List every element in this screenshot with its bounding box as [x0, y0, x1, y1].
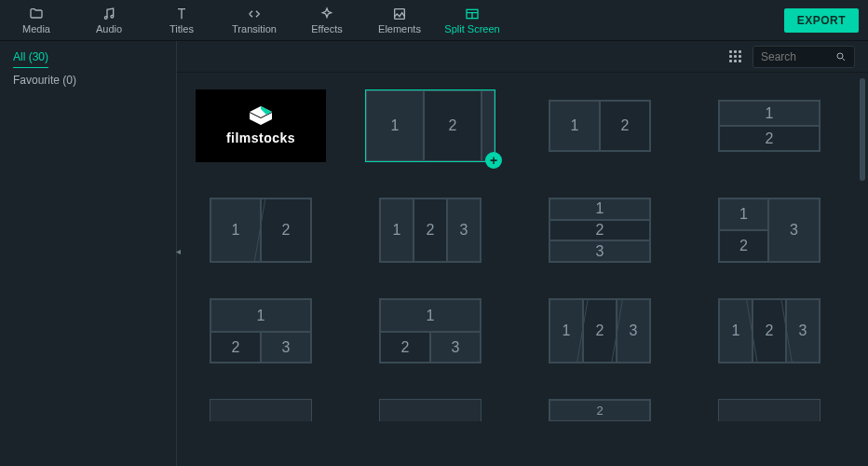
template-tile[interactable]: 1 2: [549, 100, 651, 152]
template-cell: 2: [549, 220, 650, 241]
template-cell: 2: [414, 199, 447, 262]
template-cell: 1: [549, 101, 600, 151]
template-cell: 3: [768, 199, 820, 262]
sidebar-item-all[interactable]: All (30): [13, 47, 48, 68]
export-button[interactable]: EXPORT: [784, 8, 859, 33]
template-cell: 1: [719, 101, 820, 126]
image-icon: [392, 7, 407, 21]
template-cell: 2: [261, 199, 311, 262]
template-tile[interactable]: 1 2 3: [718, 298, 821, 363]
template-tile[interactable]: 1 2: [210, 198, 312, 263]
template-cell: 2: [753, 299, 786, 363]
template-cell: 1: [366, 90, 424, 161]
template-grid: filmstocks 1 2 + 1 2 1 2: [196, 89, 857, 421]
tab-label: Effects: [311, 23, 342, 34]
scrollbar-thumb[interactable]: [860, 78, 865, 181]
grid-view-icon[interactable]: [729, 50, 741, 62]
template-tile[interactable]: 1 2 3: [210, 298, 312, 363]
template-cell: 2: [210, 332, 261, 363]
template-tile[interactable]: 1 2 3: [379, 198, 481, 263]
template-cell: 1: [380, 199, 414, 262]
sidebar-item-favourite[interactable]: Favourite (0): [0, 68, 176, 92]
template-cell: 2: [380, 332, 430, 363]
template-tile[interactable]: 1 2 +: [365, 89, 495, 162]
template-cell: 1: [549, 199, 650, 220]
template-cell: 1: [210, 199, 261, 262]
tab-media[interactable]: Media: [0, 0, 73, 41]
content-toolbar: [177, 41, 868, 73]
template-tile[interactable]: [210, 399, 312, 421]
template-cell: 3: [549, 240, 650, 262]
transition-icon: [247, 7, 262, 21]
tab-titles[interactable]: Titles: [145, 0, 218, 41]
template-cell: 2: [424, 90, 481, 161]
tab-effects[interactable]: Effects: [291, 0, 363, 41]
template-cell: 1: [380, 299, 481, 332]
tab-strip: Media Audio Titles Transition Effects El…: [0, 0, 784, 41]
search-input[interactable]: [761, 50, 835, 63]
filmstocks-logo-icon: [250, 106, 272, 125]
sparkle-icon: [319, 7, 334, 21]
svg-point-0: [104, 16, 107, 19]
tab-label: Split Screen: [444, 23, 499, 34]
template-tile[interactable]: 2: [549, 399, 651, 421]
split-screen-icon: [465, 7, 480, 21]
template-tile[interactable]: [718, 399, 821, 421]
search-icon: [835, 51, 847, 62]
tab-label: Media: [22, 23, 50, 34]
tab-label: Elements: [378, 23, 421, 34]
template-tile[interactable]: 1 2 3: [549, 198, 651, 263]
tab-label: Titles: [170, 23, 194, 34]
template-cell: 3: [430, 332, 481, 363]
template-tile[interactable]: 1 2 3: [718, 198, 821, 263]
template-cell: 2: [583, 299, 617, 363]
scrollbar[interactable]: [860, 78, 865, 460]
svg-point-4: [837, 53, 843, 59]
template-grid-area: filmstocks 1 2 + 1 2 1 2: [177, 73, 868, 466]
template-cell: 2: [600, 101, 650, 151]
text-icon: [174, 7, 189, 21]
template-cell: 2: [549, 400, 650, 421]
template-tile[interactable]: 1 2 3: [379, 298, 481, 363]
tab-label: Transition: [232, 23, 277, 34]
template-tile[interactable]: 1 2 3: [549, 298, 651, 363]
tab-transition[interactable]: Transition: [218, 0, 291, 41]
tab-split-screen[interactable]: Split Screen: [436, 0, 509, 41]
template-tile[interactable]: 1 2: [718, 100, 821, 152]
template-cell: 3: [447, 199, 481, 262]
svg-point-1: [111, 15, 114, 18]
template-cell: 1: [549, 299, 583, 363]
add-template-icon[interactable]: +: [485, 152, 502, 169]
template-cell: 2: [719, 230, 768, 262]
tab-label: Audio: [96, 23, 122, 34]
main-area: All (30) Favourite (0) ◂: [0, 41, 868, 466]
template-cell: 1: [719, 199, 768, 230]
filmstocks-promo-tile[interactable]: filmstocks: [196, 89, 326, 162]
template-cell: 1: [210, 299, 311, 332]
folder-icon: [29, 7, 44, 21]
tab-audio[interactable]: Audio: [73, 0, 145, 41]
template-cell: 3: [261, 332, 311, 363]
template-cell: [481, 90, 495, 161]
music-icon: [102, 7, 116, 21]
template-cell: 2: [719, 126, 820, 151]
top-navbar: Media Audio Titles Transition Effects El…: [0, 0, 868, 41]
filmstocks-label: filmstocks: [226, 130, 295, 145]
content-panel: filmstocks 1 2 + 1 2 1 2: [177, 41, 868, 466]
template-cell: 3: [786, 299, 820, 363]
sidebar: All (30) Favourite (0) ◂: [0, 41, 177, 466]
tab-elements[interactable]: Elements: [363, 0, 436, 41]
search-input-wrap[interactable]: [753, 46, 855, 68]
template-cell: 1: [719, 299, 753, 363]
template-cell: 3: [617, 299, 650, 363]
template-tile[interactable]: [379, 399, 481, 421]
